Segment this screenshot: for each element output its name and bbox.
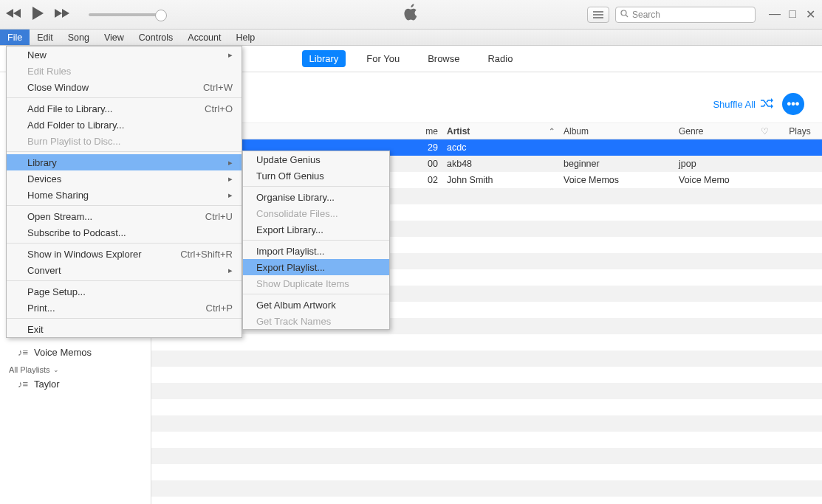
menu-account[interactable]: Account [180,30,228,45]
sidebar-heading-all-playlists[interactable]: All Playlists ⌄ [0,361,151,376]
sidebar-playlist-taylor[interactable]: ♪≡ Taylor [0,376,151,393]
menu-item-label: Turn Off Genius [256,170,324,182]
search-placeholder: Search [632,10,660,20]
play-icon[interactable] [31,6,44,24]
col-album[interactable]: Album [559,126,674,137]
menu-item-label: Export Playlist... [256,262,325,273]
sidebar-item-label: Voice Memos [34,347,92,358]
menu-item-label: New [27,49,47,61]
menu-item[interactable]: Exit [7,321,242,337]
menu-item[interactable]: Library▸ [7,154,242,170]
cell-time: 02 [408,175,442,185]
menu-file[interactable]: File [0,30,30,45]
sort-asc-icon: ⌃ [549,127,555,135]
next-icon[interactable] [53,8,69,21]
menu-item-label: Import Playlist... [256,246,324,257]
sidebar-item-label: Taylor [34,379,60,390]
menu-item-label: Page Setup... [27,286,86,297]
submenu-arrow-icon: ▸ [228,190,233,200]
menu-item[interactable]: Add Folder to Library... [7,117,242,133]
submenu-item[interactable]: Get Album Artwork [243,297,389,313]
tab-library[interactable]: Library [302,50,346,67]
col-plays[interactable]: Plays [778,126,822,137]
chevron-down-icon: ⌄ [53,366,59,373]
menu-item[interactable]: Open Stream...Ctrl+U [7,208,242,224]
col-genre[interactable]: Genre [674,126,751,137]
menu-item: Edit Rules [7,63,242,79]
heart-icon: ♡ [761,126,769,137]
submenu-item[interactable]: Export Library... [243,221,389,238]
close-icon[interactable]: ✕ [804,7,816,21]
col-time[interactable]: me [408,126,442,137]
tab-for-you[interactable]: For You [359,50,407,67]
menu-item[interactable]: Close WindowCtrl+W [7,79,242,95]
menu-item-label: Devices [27,173,61,184]
menu-item-label: Consolidate Files... [256,208,338,219]
menu-item[interactable]: Convert▸ [7,262,242,278]
menu-item[interactable]: Devices▸ [7,170,242,187]
maximize-icon[interactable]: □ [787,7,798,21]
submenu-item: Consolidate Files... [243,205,389,221]
tab-browse[interactable]: Browse [420,50,467,67]
menu-item-label: Close Window [27,82,89,93]
menu-help[interactable]: Help [229,30,263,45]
col-loved[interactable]: ♡ [751,126,778,137]
submenu-arrow-icon: ▸ [228,266,233,275]
submenu-item[interactable]: Update Genius [243,151,389,168]
table-row-empty [151,497,822,504]
list-view-button[interactable] [587,7,609,23]
submenu-item[interactable]: Turn Off Genius [243,168,389,184]
table-row-empty [151,367,822,383]
menu-item-label: Get Track Names [256,316,331,327]
cell-artist: John Smith [442,175,559,185]
menu-edit[interactable]: Edit [30,30,61,45]
menu-item-label: Subscribe to Podcast... [27,227,126,238]
previous-icon[interactable] [6,8,22,21]
submenu-item[interactable]: Import Playlist... [243,243,389,259]
menu-song[interactable]: Song [61,30,97,45]
sidebar-voice-memos[interactable]: ♪≡ Voice Memos [0,344,151,361]
menu-item-label: Export Library... [256,224,323,235]
cell-genre: jpop [674,159,751,169]
menu-accelerator: Ctrl+P [206,303,233,314]
cell-genre: Voice Memo [674,175,751,185]
submenu-item[interactable]: Export Playlist... [243,259,389,275]
menu-accelerator: Ctrl+O [205,103,233,114]
search-input[interactable]: Search [615,7,756,23]
menu-item-label: Add File to Library... [27,103,112,114]
menu-item[interactable]: Add File to Library...Ctrl+O [7,100,242,117]
table-row-empty [151,351,822,367]
menu-item[interactable]: Subscribe to Podcast... [7,224,242,241]
menu-item-label: Show Duplicate Items [256,278,349,289]
minimize-icon[interactable]: — [769,7,781,21]
table-row-empty [151,399,822,415]
tab-radio[interactable]: Radio [480,50,520,67]
cell-time: 00 [408,159,442,169]
shuffle-all-button[interactable]: Shuffle All [713,98,773,111]
menu-item[interactable]: Home Sharing▸ [7,187,242,203]
menu-item[interactable]: New▸ [7,46,242,63]
menu-item-label: Open Stream... [27,211,92,222]
file-menu: New▸Edit RulesClose WindowCtrl+WAdd File… [6,46,242,338]
cell-artist: acdc [442,142,559,153]
menu-item[interactable]: Show in Windows ExplorerCtrl+Shift+R [7,246,242,262]
submenu-arrow-icon: ▸ [228,158,233,168]
cell-album: Voice Memos [559,175,674,185]
cell-artist: akb48 [442,159,559,169]
menu-item[interactable]: Print...Ctrl+P [7,300,242,316]
submenu-item: Show Duplicate Items [243,275,389,291]
menu-controls[interactable]: Controls [131,30,181,45]
volume-slider[interactable] [89,13,162,16]
menu-item-label: Edit Rules [27,66,71,77]
more-button[interactable]: ••• [782,93,804,115]
submenu-item[interactable]: Organise Library... [243,189,389,205]
submenu-item: Get Track Names [243,313,389,329]
cell-time: 29 [408,142,442,153]
menu-view[interactable]: View [97,30,131,45]
menu-item: Burn Playlist to Disc... [7,133,242,149]
table-row-empty [151,383,822,399]
playback-controls [6,6,162,24]
col-artist[interactable]: Artist ⌃ [442,126,559,137]
menu-item[interactable]: Page Setup... [7,283,242,300]
menu-item-label: Organise Library... [256,192,335,203]
